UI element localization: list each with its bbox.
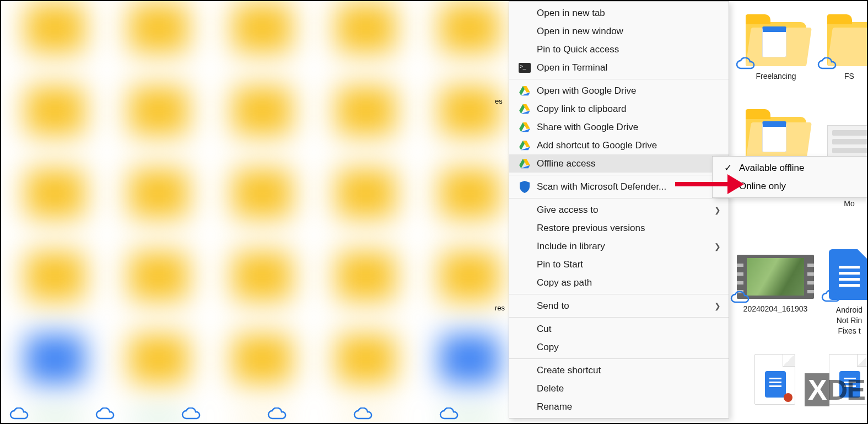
- cloud-icon: [95, 407, 115, 421]
- shield-icon: [520, 181, 530, 193]
- item-label: Mo: [827, 198, 868, 209]
- folder-freelancing[interactable]: Freelancing: [735, 22, 817, 82]
- context-menu: Open in new tab Open in new window Pin t…: [509, 1, 729, 418]
- file-plain-doc-1[interactable]: [739, 354, 811, 406]
- terminal-icon: [519, 63, 531, 73]
- menu-offline-access[interactable]: Offline access ❯: [509, 154, 729, 173]
- cloud-icon: [267, 407, 287, 421]
- cloud-icon: [353, 407, 373, 421]
- cloud-icon: [439, 407, 459, 421]
- menu-add-shortcut-gdrive[interactable]: Add shortcut to Google Drive: [509, 136, 729, 154]
- cloud-icon: [821, 290, 841, 303]
- menu-open-terminal[interactable]: Open in Terminal: [509, 58, 729, 77]
- menu-include-library[interactable]: Include in library ❯: [509, 237, 729, 255]
- folder-icon: [746, 117, 806, 161]
- item-label: Android Not Rin Fixes t: [827, 305, 868, 336]
- cloud-icon: [181, 407, 201, 421]
- menu-pin-to-start[interactable]: Pin to Start: [509, 255, 729, 273]
- chevron-right-icon: ❯: [714, 302, 721, 310]
- menu-separator: [509, 79, 729, 79]
- menu-rename[interactable]: Rename: [509, 398, 729, 416]
- file-grid-right: Freelancing FS Milestore Pristine Mo 202…: [729, 1, 867, 423]
- item-label: 20240204_161903: [731, 304, 820, 314]
- file-video[interactable]: 20240204_161903: [731, 255, 820, 314]
- chevron-right-icon: ❯: [714, 242, 721, 251]
- menu-separator: [509, 358, 729, 359]
- folder-fst[interactable]: FS: [827, 22, 868, 82]
- cloud-icon: [736, 57, 756, 71]
- menu-create-shortcut[interactable]: Create shortcut: [509, 361, 729, 379]
- menu-open-new-window[interactable]: Open in new window: [509, 22, 729, 40]
- menu-restore-versions[interactable]: Restore previous versions: [509, 219, 729, 237]
- menu-pin-quick-access[interactable]: Pin to Quick access: [509, 40, 729, 58]
- background-peek-strip: es res: [494, 3, 509, 421]
- menu-cut[interactable]: Cut: [509, 320, 729, 338]
- google-drive-icon: [519, 141, 530, 151]
- menu-open-new-tab[interactable]: Open in new tab: [509, 4, 729, 22]
- google-drive-icon: [519, 86, 530, 96]
- menu-delete[interactable]: Delete: [509, 379, 729, 398]
- google-drive-icon: [519, 122, 530, 132]
- menu-separator: [509, 317, 729, 318]
- watermark-xda: XDE: [805, 373, 865, 406]
- menu-copy[interactable]: Copy: [509, 338, 729, 356]
- google-drive-icon: [519, 104, 530, 114]
- cloud-icon: [730, 291, 750, 304]
- menu-send-to[interactable]: Send to ❯: [509, 297, 729, 315]
- item-label: FS: [827, 71, 868, 82]
- document-icon: [754, 354, 795, 405]
- menu-open-gdrive[interactable]: Open with Google Drive: [509, 82, 729, 100]
- annotation-arrow: [675, 172, 744, 199]
- chevron-right-icon: ❯: [714, 206, 721, 214]
- menu-share-gdrive[interactable]: Share with Google Drive: [509, 118, 729, 136]
- menu-give-access[interactable]: Give access to ❯: [509, 201, 729, 219]
- svg-marker-16: [727, 174, 744, 194]
- menu-copy-as-path[interactable]: Copy as path: [509, 273, 729, 292]
- menu-separator: [509, 294, 729, 294]
- explorer-blurred-background: [3, 3, 499, 420]
- menu-copy-link[interactable]: Copy link to clipboard: [509, 100, 729, 118]
- item-label: Freelancing: [735, 71, 817, 82]
- cloud-badge-strip: [9, 407, 459, 421]
- google-drive-icon: [519, 159, 530, 169]
- file-android-doc[interactable]: Android Not Rin Fixes t: [827, 249, 868, 336]
- cloud-icon: [9, 407, 29, 421]
- cloud-icon: [817, 57, 837, 71]
